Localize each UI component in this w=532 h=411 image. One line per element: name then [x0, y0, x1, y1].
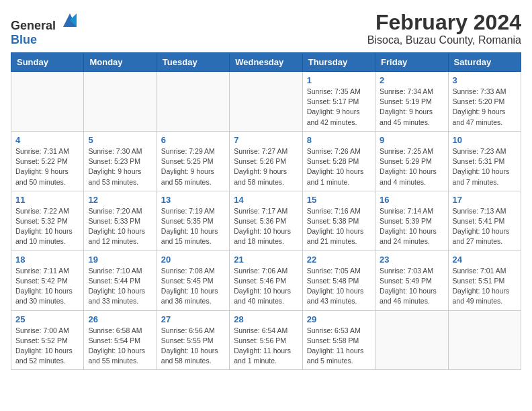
calendar-cell: 4Sunrise: 7:31 AMSunset: 5:22 PMDaylight… — [11, 131, 84, 191]
page-header: General Blue February 2024 Bisoca, Buzau… — [11, 11, 521, 47]
day-number: 9 — [380, 135, 443, 145]
logo-blue: Blue — [11, 33, 37, 46]
calendar-cell: 18Sunrise: 7:11 AMSunset: 5:42 PMDayligh… — [11, 250, 84, 310]
day-info: Sunrise: 7:20 AMSunset: 5:33 PMDaylight:… — [88, 206, 152, 247]
logo-text: General Blue — [11, 11, 79, 47]
calendar-cell: 1Sunrise: 7:35 AMSunset: 5:17 PMDaylight… — [302, 72, 375, 132]
calendar-cell: 14Sunrise: 7:17 AMSunset: 5:36 PMDayligh… — [230, 191, 302, 250]
day-number: 25 — [15, 314, 79, 324]
calendar-cell: 27Sunrise: 6:56 AMSunset: 5:55 PMDayligh… — [157, 310, 229, 370]
day-info: Sunrise: 6:54 AMSunset: 5:56 PMDaylight:… — [234, 326, 298, 367]
day-info: Sunrise: 7:33 AMSunset: 5:20 PMDaylight:… — [453, 87, 517, 128]
calendar-cell: 16Sunrise: 7:14 AMSunset: 5:39 PMDayligh… — [375, 191, 448, 250]
day-info: Sunrise: 6:56 AMSunset: 5:55 PMDaylight:… — [161, 326, 225, 367]
calendar-cell: 9Sunrise: 7:25 AMSunset: 5:29 PMDaylight… — [375, 131, 448, 191]
calendar-week-5: 25Sunrise: 7:00 AMSunset: 5:52 PMDayligh… — [11, 310, 521, 370]
day-info: Sunrise: 7:06 AMSunset: 5:46 PMDaylight:… — [234, 266, 298, 307]
day-info: Sunrise: 7:30 AMSunset: 5:23 PMDaylight:… — [88, 146, 152, 187]
day-number: 7 — [234, 135, 298, 145]
weekday-header-thursday: Thursday — [302, 53, 375, 72]
calendar-cell: 28Sunrise: 6:54 AMSunset: 5:56 PMDayligh… — [230, 310, 302, 370]
weekday-header-sunday: Sunday — [11, 53, 84, 72]
calendar-cell: 20Sunrise: 7:08 AMSunset: 5:45 PMDayligh… — [157, 250, 229, 310]
logo: General Blue — [11, 11, 79, 47]
calendar-week-4: 18Sunrise: 7:11 AMSunset: 5:42 PMDayligh… — [11, 250, 521, 310]
calendar-cell: 25Sunrise: 7:00 AMSunset: 5:52 PMDayligh… — [11, 310, 84, 370]
day-info: Sunrise: 7:14 AMSunset: 5:39 PMDaylight:… — [380, 206, 443, 247]
day-number: 27 — [161, 314, 225, 324]
day-number: 22 — [307, 255, 371, 265]
calendar-cell: 7Sunrise: 7:27 AMSunset: 5:26 PMDaylight… — [230, 131, 302, 191]
day-number: 26 — [88, 314, 152, 324]
day-info: Sunrise: 7:05 AMSunset: 5:48 PMDaylight:… — [307, 266, 371, 307]
calendar-cell: 6Sunrise: 7:29 AMSunset: 5:25 PMDaylight… — [157, 131, 229, 191]
day-info: Sunrise: 7:17 AMSunset: 5:36 PMDaylight:… — [234, 206, 298, 247]
day-number: 11 — [15, 195, 79, 205]
day-number: 10 — [453, 135, 517, 145]
calendar-week-2: 4Sunrise: 7:31 AMSunset: 5:22 PMDaylight… — [11, 131, 521, 191]
main-title: February 2024 — [367, 11, 521, 34]
day-info: Sunrise: 7:19 AMSunset: 5:35 PMDaylight:… — [161, 206, 225, 247]
day-info: Sunrise: 7:11 AMSunset: 5:42 PMDaylight:… — [15, 266, 79, 307]
day-number: 3 — [453, 75, 517, 85]
day-number: 8 — [307, 135, 371, 145]
day-number: 12 — [88, 195, 152, 205]
day-number: 28 — [234, 314, 298, 324]
day-info: Sunrise: 7:26 AMSunset: 5:28 PMDaylight:… — [307, 146, 371, 187]
day-number: 17 — [453, 195, 517, 205]
calendar-cell — [157, 72, 229, 132]
title-area: February 2024 Bisoca, Buzau County, Roma… — [367, 11, 521, 46]
calendar-cell: 10Sunrise: 7:23 AMSunset: 5:31 PMDayligh… — [448, 131, 521, 191]
day-info: Sunrise: 7:22 AMSunset: 5:32 PMDaylight:… — [15, 206, 79, 247]
day-number: 18 — [15, 255, 79, 265]
calendar-cell — [11, 72, 84, 132]
calendar-cell: 26Sunrise: 6:58 AMSunset: 5:54 PMDayligh… — [84, 310, 157, 370]
weekday-header-monday: Monday — [84, 53, 157, 72]
day-info: Sunrise: 7:31 AMSunset: 5:22 PMDaylight:… — [15, 146, 79, 187]
calendar-cell: 2Sunrise: 7:34 AMSunset: 5:19 PMDaylight… — [375, 72, 448, 132]
calendar-cell: 29Sunrise: 6:53 AMSunset: 5:58 PMDayligh… — [302, 310, 375, 370]
calendar-cell: 8Sunrise: 7:26 AMSunset: 5:28 PMDaylight… — [302, 131, 375, 191]
day-number: 6 — [161, 135, 225, 145]
day-info: Sunrise: 7:16 AMSunset: 5:38 PMDaylight:… — [307, 206, 371, 247]
weekday-header-saturday: Saturday — [448, 53, 521, 72]
subtitle: Bisoca, Buzau County, Romania — [367, 34, 521, 46]
day-info: Sunrise: 7:00 AMSunset: 5:52 PMDaylight:… — [15, 326, 79, 367]
calendar-cell — [84, 72, 157, 132]
weekday-header-friday: Friday — [375, 53, 448, 72]
day-number: 23 — [380, 255, 443, 265]
day-info: Sunrise: 7:08 AMSunset: 5:45 PMDaylight:… — [161, 266, 225, 307]
calendar-cell: 13Sunrise: 7:19 AMSunset: 5:35 PMDayligh… — [157, 191, 229, 250]
day-info: Sunrise: 7:13 AMSunset: 5:41 PMDaylight:… — [453, 206, 517, 247]
day-info: Sunrise: 6:53 AMSunset: 5:58 PMDaylight:… — [307, 326, 371, 367]
calendar-cell: 15Sunrise: 7:16 AMSunset: 5:38 PMDayligh… — [302, 191, 375, 250]
calendar-cell: 3Sunrise: 7:33 AMSunset: 5:20 PMDaylight… — [448, 72, 521, 132]
day-number: 2 — [380, 75, 443, 85]
day-number: 13 — [161, 195, 225, 205]
calendar-header-row: SundayMondayTuesdayWednesdayThursdayFrid… — [11, 53, 521, 72]
calendar-cell: 22Sunrise: 7:05 AMSunset: 5:48 PMDayligh… — [302, 250, 375, 310]
calendar-cell — [448, 310, 521, 370]
day-info: Sunrise: 7:27 AMSunset: 5:26 PMDaylight:… — [234, 146, 298, 187]
calendar-cell: 5Sunrise: 7:30 AMSunset: 5:23 PMDaylight… — [84, 131, 157, 191]
calendar-cell: 24Sunrise: 7:01 AMSunset: 5:51 PMDayligh… — [448, 250, 521, 310]
day-number: 1 — [307, 75, 371, 85]
day-number: 4 — [15, 135, 79, 145]
weekday-header-tuesday: Tuesday — [157, 53, 229, 72]
day-info: Sunrise: 7:10 AMSunset: 5:44 PMDaylight:… — [88, 266, 152, 307]
day-number: 16 — [380, 195, 443, 205]
day-info: Sunrise: 6:58 AMSunset: 5:54 PMDaylight:… — [88, 326, 152, 367]
day-number: 5 — [88, 135, 152, 145]
day-number: 24 — [453, 255, 517, 265]
calendar-cell: 12Sunrise: 7:20 AMSunset: 5:33 PMDayligh… — [84, 191, 157, 250]
day-info: Sunrise: 7:25 AMSunset: 5:29 PMDaylight:… — [380, 146, 443, 187]
day-info: Sunrise: 7:34 AMSunset: 5:19 PMDaylight:… — [380, 87, 443, 128]
day-number: 19 — [88, 255, 152, 265]
calendar-cell: 19Sunrise: 7:10 AMSunset: 5:44 PMDayligh… — [84, 250, 157, 310]
calendar-week-1: 1Sunrise: 7:35 AMSunset: 5:17 PMDaylight… — [11, 72, 521, 132]
day-info: Sunrise: 7:29 AMSunset: 5:25 PMDaylight:… — [161, 146, 225, 187]
day-number: 15 — [307, 195, 371, 205]
calendar-cell — [230, 72, 302, 132]
day-number: 20 — [161, 255, 225, 265]
day-info: Sunrise: 7:01 AMSunset: 5:51 PMDaylight:… — [453, 266, 517, 307]
